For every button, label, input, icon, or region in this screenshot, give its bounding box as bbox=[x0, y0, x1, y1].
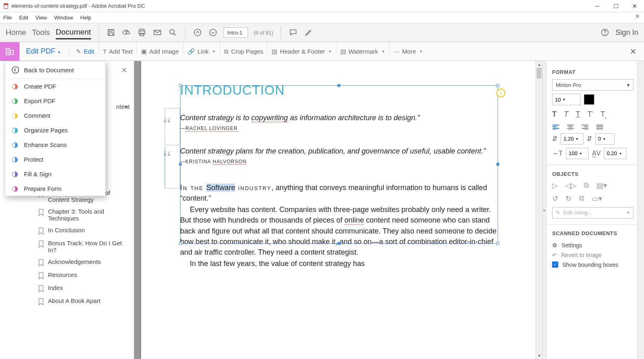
rotate-cw-icon[interactable]: ↻ bbox=[566, 194, 572, 203]
comment-bubble-icon[interactable] bbox=[288, 28, 298, 37]
outline-item[interactable]: Resources bbox=[38, 269, 130, 282]
save-icon[interactable] bbox=[106, 28, 116, 37]
tool-protect[interactable]: ◑Protect bbox=[5, 152, 105, 167]
close-editbar[interactable]: ✕ bbox=[630, 47, 644, 56]
edit-pdf-tool-badge[interactable] bbox=[0, 42, 20, 61]
menu-window[interactable]: Window bbox=[54, 15, 73, 21]
font-color-picker[interactable] bbox=[584, 94, 594, 105]
menu-edit[interactable]: Edit bbox=[19, 15, 28, 21]
underline-icon[interactable]: T bbox=[576, 110, 580, 119]
crop-obj-icon[interactable]: ⧉ bbox=[584, 181, 589, 190]
document-viewport[interactable]: INTRODUCTION “ Content strategy is to co… bbox=[134, 61, 542, 359]
align-left-icon[interactable] bbox=[552, 124, 559, 130]
outline-item[interactable]: Bonus Track: How Do I Get In? bbox=[38, 237, 130, 256]
outline-item[interactable]: Index bbox=[38, 282, 130, 295]
help-icon[interactable] bbox=[600, 28, 610, 37]
outline-item[interactable]: About A Book Apart bbox=[38, 295, 130, 308]
sign-in-link[interactable]: Sign In bbox=[616, 28, 638, 37]
align-justify-icon[interactable] bbox=[596, 124, 603, 130]
tool-comment[interactable]: ◑Comment bbox=[5, 108, 105, 123]
italic-icon[interactable]: T bbox=[564, 110, 568, 119]
cloud-upload-icon[interactable] bbox=[122, 28, 131, 37]
arrange-icon[interactable]: ▭▾ bbox=[592, 194, 602, 203]
font-size-input[interactable]: 10▾ bbox=[552, 94, 581, 105]
font-warning-icon[interactable]: ! bbox=[496, 89, 505, 97]
align-center-icon[interactable] bbox=[567, 124, 574, 130]
bookmark-icon bbox=[38, 240, 44, 248]
menu-view[interactable]: View bbox=[35, 15, 47, 21]
char-spacing-input[interactable]: 0.20▾ bbox=[604, 148, 627, 159]
superscript-icon[interactable]: T¹ bbox=[587, 110, 593, 119]
tool-organize-pages[interactable]: ◑Organize Pages bbox=[5, 123, 105, 137]
window-maximize[interactable]: ☐ bbox=[607, 0, 625, 12]
nav-tools[interactable]: Tools bbox=[32, 26, 50, 39]
crop-action[interactable]: ⧉Crop Pages bbox=[220, 42, 267, 61]
edit-using-dropdown[interactable]: ✎ Edit Using...▾ bbox=[552, 207, 633, 218]
mail-icon[interactable] bbox=[152, 28, 162, 37]
outline-peek-text: ntent bbox=[116, 103, 130, 110]
more-action[interactable]: ⋯More▼ bbox=[389, 42, 427, 61]
window-titlebar: elements-of-content-strategy.pdf - Adobe… bbox=[0, 0, 644, 12]
header-footer-action[interactable]: ▤Header & Footer▼ bbox=[268, 42, 336, 61]
window-close[interactable]: ✕ bbox=[625, 0, 644, 12]
nav-home[interactable]: Home bbox=[6, 26, 26, 39]
main-toolbar: Home Tools Document Intro-1 (8 of 91) Si… bbox=[0, 23, 644, 42]
watermark-action[interactable]: ▤Watermark▼ bbox=[336, 42, 389, 61]
right-scrollbar[interactable] bbox=[637, 61, 644, 359]
tools-flyout: Back to Document ◑Create PDF◑Export PDF◑… bbox=[5, 61, 106, 196]
document-close-x[interactable]: ✕ bbox=[635, 13, 640, 19]
edit-action[interactable]: ✎Edit bbox=[72, 42, 98, 61]
line-height-input[interactable]: 1.20▾ bbox=[561, 133, 583, 145]
tool-enhance-scans[interactable]: ◑Enhance Scans bbox=[5, 137, 105, 152]
window-minimize[interactable]: ─ bbox=[588, 0, 607, 12]
tool-fill-sign[interactable]: ◑Fill & Sign bbox=[5, 167, 105, 181]
svg-rect-7 bbox=[140, 33, 144, 36]
edit-pdf-dropdown[interactable]: Edit PDF ▾ bbox=[22, 47, 67, 56]
page-number-input[interactable]: Intro-1 bbox=[224, 27, 248, 38]
tool-prepare-form[interactable]: ◑Prepare Form bbox=[5, 181, 105, 196]
tracking-input[interactable]: 0▾ bbox=[595, 133, 615, 145]
search-icon[interactable] bbox=[168, 28, 178, 37]
add-text-action[interactable]: TAdd Text bbox=[99, 42, 137, 61]
back-to-document[interactable]: Back to Document bbox=[5, 61, 105, 79]
vertical-scrollbar[interactable]: ▴ ▾ bbox=[535, 61, 542, 359]
align-obj-icon[interactable]: ▤▾ bbox=[596, 181, 607, 190]
menu-help[interactable]: Help bbox=[80, 15, 91, 21]
scanned-title: SCANNED DOCUMENTS bbox=[552, 230, 633, 236]
show-bounding-boxes[interactable]: ✓ Show bounding boxes bbox=[552, 260, 633, 270]
close-pane[interactable]: ✕ bbox=[121, 66, 127, 75]
tool-create-pdf[interactable]: ◑Create PDF bbox=[5, 79, 105, 93]
svg-point-9 bbox=[170, 30, 174, 34]
replace-image-icon[interactable]: ⧉ bbox=[579, 194, 584, 203]
para3[interactable]: In the last few years, the value of cont… bbox=[180, 258, 499, 269]
outline-item[interactable]: Acknowledgements bbox=[38, 256, 130, 269]
outline-item[interactable]: Chapter 3: Tools and Techniques bbox=[38, 205, 130, 224]
page-down-icon[interactable] bbox=[208, 28, 218, 37]
subscript-icon[interactable]: T₁ bbox=[600, 110, 607, 119]
quotemark-frame[interactable] bbox=[165, 147, 180, 188]
rotate-ccw-icon[interactable]: ↺ bbox=[552, 194, 558, 203]
highlight-icon[interactable] bbox=[304, 28, 313, 37]
flip-h-icon[interactable]: ▷ bbox=[552, 181, 558, 190]
nav-document[interactable]: Document bbox=[56, 26, 91, 39]
bold-icon[interactable]: T bbox=[552, 110, 557, 119]
font-dropdown[interactable]: Minion Pro▾ bbox=[552, 79, 633, 91]
page-up-icon[interactable] bbox=[193, 28, 202, 37]
flip-v-icon[interactable]: ◁▷ bbox=[565, 181, 577, 190]
bookmark-icon bbox=[38, 209, 44, 216]
right-pane-collapse[interactable]: ▸ bbox=[542, 61, 546, 359]
add-image-action[interactable]: ▣Add Image bbox=[137, 42, 183, 61]
text-edit-frame[interactable] bbox=[180, 85, 498, 244]
menu-file[interactable]: File bbox=[3, 15, 12, 21]
quotemark-frame[interactable] bbox=[165, 108, 180, 145]
scale-input[interactable]: 100▾ bbox=[566, 148, 589, 159]
outline-item[interactable]: In Conclusion bbox=[38, 224, 130, 237]
scanned-settings[interactable]: ⚙ Settings bbox=[552, 240, 633, 250]
revert-to-image[interactable]: ↶ Revert to Image bbox=[552, 250, 633, 260]
align-right-icon[interactable] bbox=[581, 124, 589, 130]
link-action[interactable]: 🔗Link▼ bbox=[183, 42, 220, 61]
tool-export-pdf[interactable]: ◑Export PDF bbox=[5, 93, 105, 108]
print-icon[interactable] bbox=[137, 28, 147, 37]
menubar: File Edit View Window Help ✕ bbox=[0, 12, 644, 23]
line-spacing-icon: ⇵ bbox=[552, 135, 557, 143]
